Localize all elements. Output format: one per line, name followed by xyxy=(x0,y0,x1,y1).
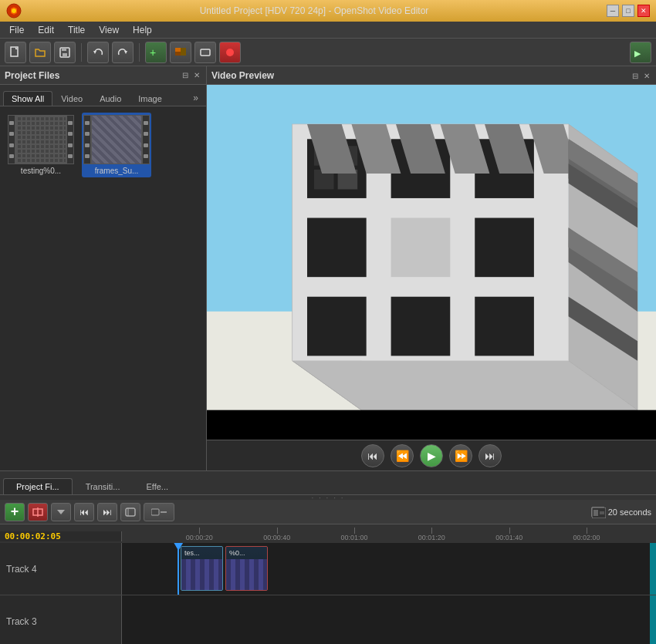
go-end-button[interactable]: ⏭ xyxy=(478,444,502,467)
svg-rect-31 xyxy=(475,297,534,356)
timeline-dropdown-button[interactable] xyxy=(51,503,71,521)
bottom-tab-effects[interactable]: Effe... xyxy=(133,478,181,494)
maximize-button[interactable]: □ xyxy=(622,5,634,17)
timeline-zoom-out-button[interactable] xyxy=(144,503,174,521)
track-label-3: Track 3 xyxy=(0,595,122,644)
svg-rect-49 xyxy=(207,410,656,440)
video-svg xyxy=(207,85,656,440)
new-button[interactable] xyxy=(5,42,26,63)
open-button[interactable] xyxy=(29,42,51,63)
track-label-4: Track 4 xyxy=(0,543,122,595)
svg-rect-29 xyxy=(307,297,367,356)
clip-2-header: %0... xyxy=(226,547,267,559)
track-row-4: Track 4 tes... %0... xyxy=(0,543,656,595)
time-code: 00:00:02:05 xyxy=(5,531,61,541)
clip-2[interactable]: %0... xyxy=(225,546,268,591)
play-button[interactable]: ▶ xyxy=(420,444,443,467)
timeline-snap-button[interactable] xyxy=(28,503,48,521)
save-button[interactable] xyxy=(54,42,76,63)
tab-show-all[interactable]: Show All xyxy=(3,91,52,106)
svg-rect-58 xyxy=(593,510,598,516)
close-button[interactable]: ✕ xyxy=(637,5,650,17)
fast-forward-button[interactable]: ⏩ xyxy=(449,444,472,467)
project-tabs: Show All Video Audio Image » xyxy=(0,85,206,106)
svg-rect-28 xyxy=(475,218,534,278)
timeline-toolbar: + ⏮ ⏭ 20 seconds xyxy=(0,500,656,524)
preview-collapse-button[interactable]: ⊟ xyxy=(631,72,640,80)
menu-view[interactable]: View xyxy=(93,23,125,37)
playback-controls: ⏮ ⏪ ▶ ⏩ ⏭ xyxy=(207,440,656,470)
ruler-mark-4: 00:01:20 xyxy=(418,534,445,541)
menu-title[interactable]: Title xyxy=(62,23,91,37)
file-item-2[interactable]: frames_Su... xyxy=(82,113,151,177)
zoom-label: 20 seconds xyxy=(608,507,651,517)
track-content-4[interactable]: tes... %0... xyxy=(122,543,656,595)
track-content-3[interactable] xyxy=(122,595,656,644)
svg-rect-26 xyxy=(307,218,367,278)
rewind-button[interactable]: ⏪ xyxy=(391,444,414,467)
video-content xyxy=(207,85,656,440)
main-layout: Project Files ⊟ ✕ Show All Video Audio I… xyxy=(0,66,656,470)
ruler-mark-2: 00:00:40 xyxy=(263,534,290,541)
playhead[interactable] xyxy=(178,543,179,595)
timeline-marker-button[interactable] xyxy=(120,503,140,521)
track-area: Track 4 tes... %0... xyxy=(0,543,656,644)
svg-rect-30 xyxy=(391,297,451,356)
project-panel-title: Project Files xyxy=(5,70,59,81)
timeline-add-button[interactable]: + xyxy=(5,503,25,521)
redo-button[interactable] xyxy=(112,42,134,63)
file-item-1[interactable]: testing%0... xyxy=(6,113,76,177)
preview-panel: Video Preview ⊟ ✕ xyxy=(207,66,656,470)
svg-marker-7 xyxy=(124,51,127,54)
tab-more-button[interactable]: » xyxy=(188,90,203,106)
ruler-mark-5: 00:01:40 xyxy=(495,534,522,541)
ruler-mark-3: 00:01:00 xyxy=(340,534,367,541)
record-button[interactable] xyxy=(219,42,241,63)
file-thumb-2 xyxy=(83,115,150,164)
timeline-area: + ⏮ ⏭ 20 seconds xyxy=(0,500,656,644)
undo-button[interactable] xyxy=(87,42,109,63)
menu-edit[interactable]: Edit xyxy=(32,23,60,37)
preview-close-button[interactable]: ✕ xyxy=(642,72,651,80)
preview-panel-title: Video Preview xyxy=(211,70,274,81)
panel-collapse-button[interactable]: ⊟ xyxy=(181,71,190,79)
preview-video xyxy=(207,85,656,440)
import-button[interactable]: + xyxy=(145,42,167,63)
clip-1-header: tes... xyxy=(181,547,222,559)
zoom-icon xyxy=(591,507,605,518)
export-right-button[interactable]: ▶ xyxy=(630,42,651,63)
clip-1-film xyxy=(181,559,222,590)
go-start-button[interactable]: ⏮ xyxy=(361,444,384,467)
ruler-mark-1: 00:00:20 xyxy=(186,534,213,541)
minimize-button[interactable]: ─ xyxy=(607,5,619,17)
menu-file[interactable]: File xyxy=(3,23,30,37)
fullscreen-button[interactable] xyxy=(194,42,216,63)
tab-audio[interactable]: Audio xyxy=(91,91,130,106)
project-panel: Project Files ⊟ ✕ Show All Video Audio I… xyxy=(0,66,207,470)
export-button[interactable] xyxy=(170,42,191,63)
project-files-content: testing%0... frames_Su... xyxy=(0,106,206,470)
clip-1[interactable]: tes... xyxy=(181,546,223,591)
track-scroll-indicator-4 xyxy=(650,543,656,595)
timeline-zoom-info: 20 seconds xyxy=(591,507,651,518)
timeline-go-start-button[interactable]: ⏮ xyxy=(74,503,94,521)
timeline-go-end-button[interactable]: ⏭ xyxy=(97,503,117,521)
file-label-2: frames_Su... xyxy=(95,167,139,175)
preview-header: Video Preview ⊟ ✕ xyxy=(207,66,656,85)
track-scroll-indicator-3 xyxy=(650,595,656,644)
main-toolbar: + ▶ xyxy=(0,39,656,66)
window-title: Untitled Project [HDV 720 24p] - OpenSho… xyxy=(200,5,429,16)
tab-image[interactable]: Image xyxy=(130,91,171,106)
menu-help[interactable]: Help xyxy=(127,23,158,37)
bottom-tab-transitions[interactable]: Transiti... xyxy=(73,478,134,494)
tab-video[interactable]: Video xyxy=(52,91,91,106)
project-panel-header: Project Files ⊟ ✕ xyxy=(0,66,206,85)
svg-rect-55 xyxy=(151,509,159,515)
panel-close-button[interactable]: ✕ xyxy=(192,71,201,79)
svg-rect-10 xyxy=(175,52,181,56)
panel-controls: ⊟ ✕ xyxy=(181,71,201,79)
svg-rect-4 xyxy=(62,48,66,51)
svg-point-14 xyxy=(226,49,234,56)
bottom-tab-project[interactable]: Project Fi... xyxy=(3,478,73,494)
svg-rect-53 xyxy=(126,508,135,516)
